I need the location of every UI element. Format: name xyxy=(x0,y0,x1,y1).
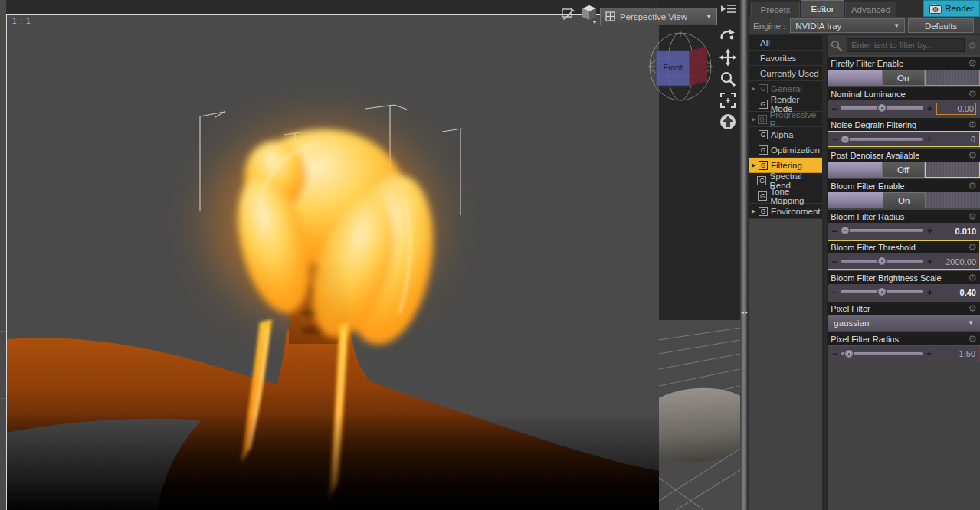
dropdown-pixel-filter[interactable]: gaussian▼ xyxy=(828,315,980,331)
category-optimization[interactable]: GOptimization xyxy=(749,142,822,158)
filter-input[interactable] xyxy=(847,38,965,52)
category-environment[interactable]: ▶GEnvironment xyxy=(749,204,822,219)
slider-value[interactable]: 1.50 xyxy=(936,349,975,358)
gear-icon[interactable]: ⚙ xyxy=(968,242,977,252)
slider-track[interactable] xyxy=(841,253,923,270)
slider-noise-degrain-filtering[interactable]: −+0 xyxy=(828,131,980,147)
slider-increment[interactable]: + xyxy=(926,135,932,144)
slider-track[interactable] xyxy=(841,223,923,239)
slider-value[interactable]: 0.010 xyxy=(936,227,976,236)
zoom-tool-icon[interactable] xyxy=(717,69,739,89)
slider-decrement[interactable]: − xyxy=(831,104,837,113)
slider-track[interactable] xyxy=(841,132,923,146)
toggle-button[interactable]: On xyxy=(883,192,926,208)
category-list: AllFavoritesCurrently Used▶GGeneralGRend… xyxy=(749,35,822,219)
reset-view-icon[interactable] xyxy=(717,112,739,132)
slider-track[interactable] xyxy=(841,284,923,300)
slider-handle[interactable] xyxy=(877,257,887,266)
param-pixel-filter: Pixel Filter⚙gaussian▼ xyxy=(828,302,980,331)
gear-icon[interactable]: ⚙ xyxy=(968,211,977,221)
category-label: All xyxy=(760,38,770,47)
param-label: Pixel Filter xyxy=(831,304,968,313)
slider-decrement[interactable]: − xyxy=(832,135,837,144)
pan-tool-icon[interactable] xyxy=(717,47,739,67)
chevron-down-icon: ▼ xyxy=(706,13,712,20)
aspect-frame-icon[interactable] xyxy=(560,5,577,22)
slider-increment[interactable]: + xyxy=(926,349,932,358)
slider-handle[interactable] xyxy=(844,349,854,358)
slider-decrement[interactable]: − xyxy=(831,288,837,297)
render-preview-viewport[interactable]: 1 : 1 xyxy=(6,14,658,510)
slider-value[interactable]: 0 xyxy=(936,135,975,144)
gear-icon[interactable]: ⚙ xyxy=(968,119,977,129)
slider-nominal-luminance[interactable]: −+0.00 xyxy=(828,100,980,116)
splitter-grip[interactable]: ◄► xyxy=(740,310,748,315)
category-alpha[interactable]: GAlpha xyxy=(749,127,822,142)
toggle-track-right[interactable] xyxy=(925,162,980,178)
slider-handle[interactable] xyxy=(841,226,850,235)
category-progressive-r[interactable]: ▶GProgressive R... xyxy=(749,112,822,127)
gear-icon[interactable]: ⚙ xyxy=(968,181,977,191)
slider-increment[interactable]: + xyxy=(927,227,932,236)
view-navigation-cube[interactable]: Front xyxy=(648,31,713,103)
viewport-options-menu-icon[interactable] xyxy=(718,2,738,15)
toggle-bloom-filter-enable[interactable]: On xyxy=(828,192,980,208)
gear-icon[interactable]: ⚙ xyxy=(968,334,977,344)
slider-increment[interactable]: + xyxy=(927,257,932,266)
gear-icon[interactable]: ⚙ xyxy=(968,150,977,160)
slider-pixel-filter-radius[interactable]: −+1.50 xyxy=(828,345,980,361)
category-currently-used[interactable]: Currently Used xyxy=(749,66,822,81)
expand-arrow-icon[interactable]: ▶ xyxy=(752,86,759,92)
slider-handle[interactable] xyxy=(877,103,887,113)
category-all[interactable]: All xyxy=(749,35,822,51)
toggle-track-left[interactable] xyxy=(828,192,882,208)
expand-arrow-icon[interactable]: ▶ xyxy=(752,116,758,123)
slider-value[interactable]: 0.00 xyxy=(936,103,976,115)
toggle-track-right[interactable] xyxy=(926,192,980,208)
slider-value[interactable]: 0.40 xyxy=(936,288,976,297)
slider-decrement[interactable]: − xyxy=(831,257,837,266)
tab-presets[interactable]: Presets xyxy=(751,2,800,17)
toggle-firefly-filter-enable[interactable]: On xyxy=(828,70,980,86)
defaults-button[interactable]: Defaults xyxy=(908,18,974,33)
toggle-button[interactable]: Off xyxy=(882,162,925,178)
engine-dropdown[interactable]: NVIDIA Iray ▼ xyxy=(790,18,905,33)
gear-icon[interactable]: ⚙ xyxy=(968,273,977,283)
slider-bloom-filter-radius[interactable]: −+0.010 xyxy=(828,223,980,239)
cube-side-face[interactable] xyxy=(690,47,707,86)
category-tone-mapping[interactable]: GTone Mapping xyxy=(749,188,822,204)
tab-editor[interactable]: Editor xyxy=(801,0,844,17)
toggle-track-left[interactable] xyxy=(828,162,881,178)
slider-handle[interactable] xyxy=(877,287,887,296)
category-favorites[interactable]: Favorites xyxy=(749,51,822,66)
toggle-post-denoiser-available[interactable]: Off xyxy=(828,162,980,178)
render-button[interactable]: Render xyxy=(923,0,980,17)
slider-track[interactable] xyxy=(841,346,923,361)
search-icon[interactable] xyxy=(831,40,844,51)
toggle-track-right[interactable] xyxy=(925,70,980,86)
frame-tool-icon[interactable] xyxy=(717,90,739,110)
toggle-track-left[interactable] xyxy=(828,70,881,86)
gear-icon[interactable]: ⚙ xyxy=(968,89,977,99)
slider-track[interactable] xyxy=(841,100,923,116)
slider-bloom-filter-brightness-scale[interactable]: −+0.40 xyxy=(828,284,980,300)
slider-handle[interactable] xyxy=(841,135,850,144)
slider-decrement[interactable]: − xyxy=(831,227,837,236)
param-bloom-filter-radius: Bloom Filter Radius⚙−+0.010 xyxy=(828,210,980,239)
view-selector-dropdown[interactable]: Perspective View ▼ xyxy=(600,8,717,25)
slider-bloom-filter-threshold[interactable]: −+2000.00 xyxy=(828,253,980,270)
tab-advanced[interactable]: Advanced xyxy=(845,2,896,17)
drawstyle-cube-icon[interactable] xyxy=(579,3,599,25)
orbit-tool-icon[interactable] xyxy=(717,26,739,46)
toggle-button[interactable]: On xyxy=(882,70,925,86)
expand-arrow-icon[interactable]: ▶ xyxy=(752,208,759,214)
expand-arrow-icon[interactable]: ▶ xyxy=(752,162,759,168)
slider-increment[interactable]: + xyxy=(927,104,932,113)
slider-value[interactable]: 2000.00 xyxy=(936,257,976,266)
gear-icon[interactable]: ⚙ xyxy=(968,58,977,68)
pane-splitter[interactable]: ◄► xyxy=(740,0,748,510)
slider-increment[interactable]: + xyxy=(927,288,932,297)
slider-decrement[interactable]: − xyxy=(832,349,837,358)
gear-icon[interactable]: ⚙ xyxy=(968,41,977,51)
gear-icon[interactable]: ⚙ xyxy=(968,303,977,313)
